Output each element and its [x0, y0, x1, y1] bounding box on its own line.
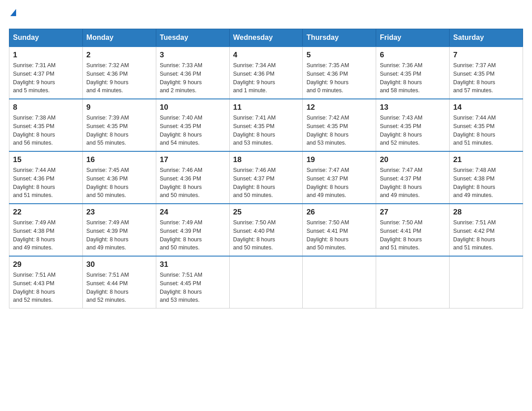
day-info: Sunrise: 7:32 AMSunset: 4:36 PMDaylight:… [86, 61, 152, 95]
day-number: 6 [380, 51, 446, 60]
day-info: Sunrise: 7:44 AMSunset: 4:36 PMDaylight:… [13, 166, 79, 200]
week-row-2: 8Sunrise: 7:38 AMSunset: 4:35 PMDaylight… [9, 99, 523, 151]
day-info: Sunrise: 7:47 AMSunset: 4:37 PMDaylight:… [380, 166, 446, 200]
day-info: Sunrise: 7:49 AMSunset: 4:39 PMDaylight:… [160, 218, 226, 252]
calendar-cell: 18Sunrise: 7:46 AMSunset: 4:37 PMDayligh… [229, 151, 303, 204]
calendar-cell: 8Sunrise: 7:38 AMSunset: 4:35 PMDaylight… [9, 99, 83, 151]
weekday-header-tuesday: Tuesday [156, 29, 229, 47]
calendar-cell: 9Sunrise: 7:39 AMSunset: 4:35 PMDaylight… [82, 99, 156, 151]
calendar-cell: 2Sunrise: 7:32 AMSunset: 4:36 PMDaylight… [82, 47, 156, 99]
day-number: 8 [13, 103, 79, 112]
weekday-header-saturday: Saturday [450, 29, 523, 47]
day-number: 11 [233, 103, 299, 112]
calendar-cell: 30Sunrise: 7:51 AMSunset: 4:44 PMDayligh… [82, 256, 156, 308]
day-info: Sunrise: 7:50 AMSunset: 4:40 PMDaylight:… [233, 218, 299, 252]
calendar-cell: 15Sunrise: 7:44 AMSunset: 4:36 PMDayligh… [9, 151, 83, 204]
weekday-header-sunday: Sunday [9, 29, 83, 47]
day-number: 4 [233, 51, 299, 60]
calendar-cell [450, 256, 523, 308]
calendar-cell: 5Sunrise: 7:35 AMSunset: 4:36 PMDaylight… [303, 47, 376, 99]
weekday-header-thursday: Thursday [303, 29, 376, 47]
calendar-cell: 3Sunrise: 7:33 AMSunset: 4:36 PMDaylight… [156, 47, 229, 99]
day-info: Sunrise: 7:36 AMSunset: 4:35 PMDaylight:… [380, 61, 446, 95]
day-number: 5 [306, 51, 372, 60]
calendar-cell: 4Sunrise: 7:34 AMSunset: 4:36 PMDaylight… [229, 47, 303, 99]
day-number: 20 [380, 155, 446, 164]
day-info: Sunrise: 7:37 AMSunset: 4:35 PMDaylight:… [453, 61, 519, 95]
day-info: Sunrise: 7:49 AMSunset: 4:39 PMDaylight:… [86, 218, 152, 252]
week-row-1: 1Sunrise: 7:31 AMSunset: 4:37 PMDaylight… [9, 47, 523, 99]
calendar-cell: 17Sunrise: 7:46 AMSunset: 4:36 PMDayligh… [156, 151, 229, 204]
day-number: 24 [160, 208, 226, 217]
calendar-cell: 13Sunrise: 7:43 AMSunset: 4:35 PMDayligh… [376, 99, 450, 151]
calendar-table: SundayMondayTuesdayWednesdayThursdayFrid… [9, 29, 523, 308]
day-info: Sunrise: 7:51 AMSunset: 4:42 PMDaylight:… [453, 218, 519, 252]
day-number: 23 [86, 208, 152, 217]
week-row-4: 22Sunrise: 7:49 AMSunset: 4:38 PMDayligh… [9, 204, 523, 256]
day-number: 16 [86, 155, 152, 164]
calendar-cell: 28Sunrise: 7:51 AMSunset: 4:42 PMDayligh… [450, 204, 523, 256]
day-info: Sunrise: 7:40 AMSunset: 4:35 PMDaylight:… [160, 114, 226, 147]
day-number: 21 [453, 155, 519, 164]
calendar-cell [376, 256, 450, 308]
day-number: 28 [453, 208, 519, 217]
day-info: Sunrise: 7:51 AMSunset: 4:44 PMDaylight:… [86, 271, 152, 304]
day-number: 29 [13, 260, 79, 269]
day-number: 2 [86, 51, 152, 60]
calendar-cell [229, 256, 303, 308]
calendar-cell: 27Sunrise: 7:50 AMSunset: 4:41 PMDayligh… [376, 204, 450, 256]
day-number: 7 [453, 51, 519, 60]
day-info: Sunrise: 7:43 AMSunset: 4:35 PMDaylight:… [380, 114, 446, 147]
day-info: Sunrise: 7:46 AMSunset: 4:37 PMDaylight:… [233, 166, 299, 200]
calendar-cell: 10Sunrise: 7:40 AMSunset: 4:35 PMDayligh… [156, 99, 229, 151]
day-number: 30 [86, 260, 152, 269]
weekday-header-row: SundayMondayTuesdayWednesdayThursdayFrid… [9, 29, 523, 47]
day-number: 3 [160, 51, 226, 60]
day-number: 31 [160, 260, 226, 269]
day-number: 15 [13, 155, 79, 164]
day-info: Sunrise: 7:45 AMSunset: 4:36 PMDaylight:… [86, 166, 152, 200]
calendar-cell: 11Sunrise: 7:41 AMSunset: 4:35 PMDayligh… [229, 99, 303, 151]
calendar-cell: 6Sunrise: 7:36 AMSunset: 4:35 PMDaylight… [376, 47, 450, 99]
day-number: 14 [453, 103, 519, 112]
day-info: Sunrise: 7:49 AMSunset: 4:38 PMDaylight:… [13, 218, 79, 252]
day-info: Sunrise: 7:35 AMSunset: 4:36 PMDaylight:… [306, 61, 372, 95]
day-number: 25 [233, 208, 299, 217]
calendar-cell: 24Sunrise: 7:49 AMSunset: 4:39 PMDayligh… [156, 204, 229, 256]
week-row-3: 15Sunrise: 7:44 AMSunset: 4:36 PMDayligh… [9, 151, 523, 204]
day-number: 10 [160, 103, 226, 112]
calendar-cell: 29Sunrise: 7:51 AMSunset: 4:43 PMDayligh… [9, 256, 83, 308]
week-row-5: 29Sunrise: 7:51 AMSunset: 4:43 PMDayligh… [9, 256, 523, 308]
day-info: Sunrise: 7:33 AMSunset: 4:36 PMDaylight:… [160, 61, 226, 95]
day-number: 12 [306, 103, 372, 112]
day-info: Sunrise: 7:46 AMSunset: 4:36 PMDaylight:… [160, 166, 226, 200]
day-info: Sunrise: 7:51 AMSunset: 4:43 PMDaylight:… [13, 271, 79, 304]
calendar-cell: 23Sunrise: 7:49 AMSunset: 4:39 PMDayligh… [82, 204, 156, 256]
day-info: Sunrise: 7:41 AMSunset: 4:35 PMDaylight:… [233, 114, 299, 147]
day-info: Sunrise: 7:31 AMSunset: 4:37 PMDaylight:… [13, 61, 79, 95]
calendar-cell: 25Sunrise: 7:50 AMSunset: 4:40 PMDayligh… [229, 204, 303, 256]
day-number: 26 [306, 208, 372, 217]
day-info: Sunrise: 7:50 AMSunset: 4:41 PMDaylight:… [380, 218, 446, 252]
day-number: 17 [160, 155, 226, 164]
day-number: 22 [13, 208, 79, 217]
calendar-cell: 19Sunrise: 7:47 AMSunset: 4:37 PMDayligh… [303, 151, 376, 204]
weekday-header-wednesday: Wednesday [229, 29, 303, 47]
day-number: 9 [86, 103, 152, 112]
day-info: Sunrise: 7:47 AMSunset: 4:37 PMDaylight:… [306, 166, 372, 200]
calendar-cell: 26Sunrise: 7:50 AMSunset: 4:41 PMDayligh… [303, 204, 376, 256]
calendar-cell: 1Sunrise: 7:31 AMSunset: 4:37 PMDaylight… [9, 47, 83, 99]
calendar-cell: 16Sunrise: 7:45 AMSunset: 4:36 PMDayligh… [82, 151, 156, 204]
day-info: Sunrise: 7:42 AMSunset: 4:35 PMDaylight:… [306, 114, 372, 147]
calendar-cell: 20Sunrise: 7:47 AMSunset: 4:37 PMDayligh… [376, 151, 450, 204]
day-info: Sunrise: 7:51 AMSunset: 4:45 PMDaylight:… [160, 271, 226, 304]
day-info: Sunrise: 7:50 AMSunset: 4:41 PMDaylight:… [306, 218, 372, 252]
day-number: 27 [380, 208, 446, 217]
logo [9, 9, 16, 20]
calendar-cell: 14Sunrise: 7:44 AMSunset: 4:35 PMDayligh… [450, 99, 523, 151]
day-number: 19 [306, 155, 372, 164]
day-number: 1 [13, 51, 79, 60]
calendar-cell: 12Sunrise: 7:42 AMSunset: 4:35 PMDayligh… [303, 99, 376, 151]
day-info: Sunrise: 7:34 AMSunset: 4:36 PMDaylight:… [233, 61, 299, 95]
weekday-header-friday: Friday [376, 29, 450, 47]
